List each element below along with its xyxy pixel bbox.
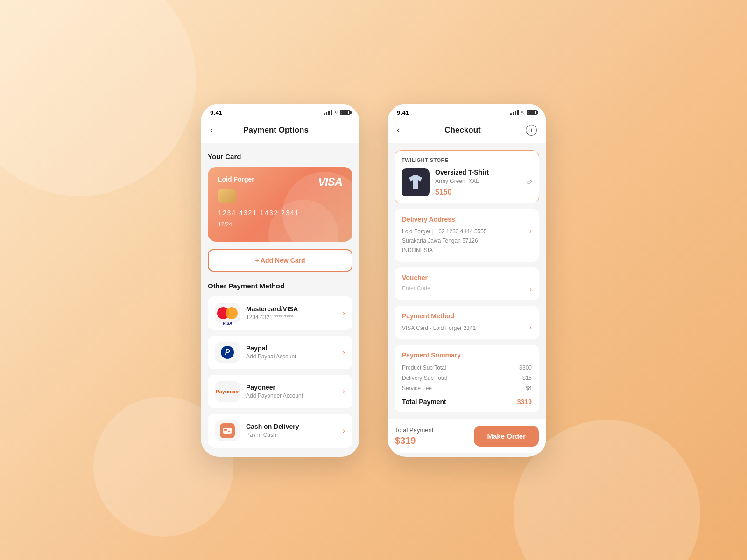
summary-title: Payment Summary bbox=[402, 351, 532, 359]
bg-blob-1 bbox=[0, 0, 196, 196]
status-bar-right: 9:41 ≈ bbox=[388, 104, 546, 120]
info-icon[interactable]: i bbox=[526, 125, 537, 136]
payment-method-title: Payment Method bbox=[402, 312, 532, 320]
status-icons-right: ≈ bbox=[510, 109, 537, 116]
mastercard-name: Mastercard/VISA bbox=[246, 305, 336, 313]
product-qty: x2 bbox=[526, 179, 532, 186]
chevron-payment-method: › bbox=[529, 323, 532, 332]
product-price: $150 bbox=[435, 188, 521, 196]
card-number: 1234 4321 1432 2341 bbox=[218, 209, 342, 217]
card-chip bbox=[218, 189, 236, 203]
add-new-card-button[interactable]: + Add New Card bbox=[208, 249, 352, 272]
page-title-left: Payment Options bbox=[243, 126, 309, 135]
make-order-button[interactable]: Make Order bbox=[474, 426, 539, 447]
address-line1: Loid Forger | +62 1233 4444 5555 bbox=[402, 228, 487, 235]
payment-item-paypal[interactable]: P Paypal Add Paypal Account › bbox=[208, 336, 352, 369]
mastercard-info: Mastercard/VISA 1234 4321 **** **** bbox=[246, 305, 336, 321]
tshirt-icon bbox=[407, 174, 424, 191]
bottom-total-section: Total Payment $319 bbox=[395, 427, 433, 446]
product-row: Oversized T-Shirt Army Green, XXL $150 x… bbox=[402, 168, 532, 196]
cash-icon-box bbox=[215, 420, 240, 441]
phone-payment-options: 9:41 ≈ ‹ Payment Options Your Card bbox=[201, 104, 359, 457]
visa-text-under-mc: VISA bbox=[222, 321, 232, 326]
summary-value-product: $300 bbox=[519, 364, 532, 371]
store-name: TWILIGHT STORE bbox=[402, 157, 532, 163]
credit-card: Loid Forger VISA 1234 4321 1432 2341 12/… bbox=[208, 167, 352, 242]
payment-item-mastercard[interactable]: VISA Mastercard/VISA 1234 4321 **** ****… bbox=[208, 296, 352, 330]
paypal-name: Paypal bbox=[246, 344, 336, 352]
summary-total-row: Total Payment $319 bbox=[402, 395, 532, 406]
chevron-payoneer: › bbox=[343, 387, 345, 396]
product-details: Oversized T-Shirt Army Green, XXL $150 bbox=[435, 168, 521, 196]
delivery-address-body: Loid Forger | +62 1233 4444 5555 Surakar… bbox=[402, 227, 532, 255]
header-right: ‹ Checkout i bbox=[388, 120, 546, 143]
svg-rect-0 bbox=[223, 428, 232, 434]
store-card: TWILIGHT STORE Oversized T-Shirt Army Gr… bbox=[395, 150, 539, 203]
payment-item-payoneer[interactable]: Payoneer Payoneer Add Payoneer Account › bbox=[208, 375, 352, 408]
summary-label-product: Product Sub Total bbox=[402, 364, 446, 371]
summary-label-fee: Service Fee bbox=[402, 385, 432, 392]
card-expiry: 12/24 bbox=[218, 221, 342, 228]
paypal-info: Paypal Add Paypal Account bbox=[246, 344, 336, 360]
summary-row-fee: Service Fee $4 bbox=[402, 385, 532, 392]
payoneer-info: Payoneer Add Payoneer Account bbox=[246, 384, 336, 399]
summary-row-product: Product Sub Total $300 bbox=[402, 364, 532, 371]
battery-icon-left bbox=[340, 110, 350, 115]
product-variant: Army Green, XXL bbox=[435, 178, 521, 184]
phones-container: 9:41 ≈ ‹ Payment Options Your Card bbox=[201, 104, 546, 457]
other-methods-label: Other Payment Method bbox=[208, 282, 352, 290]
summary-value-delivery: $15 bbox=[522, 375, 532, 381]
payment-item-cash[interactable]: Cash on Delivery Pay in Cash › bbox=[208, 414, 352, 448]
battery-icon-right bbox=[527, 110, 537, 115]
paypal-sub: Add Paypal Account bbox=[246, 353, 336, 360]
summary-label-delivery: Delivery Sub Total bbox=[402, 375, 447, 381]
back-button-right[interactable]: ‹ bbox=[397, 125, 400, 135]
signal-icon-left bbox=[324, 110, 332, 115]
payoneer-sub: Add Payoneer Account bbox=[246, 392, 336, 399]
voucher-placeholder: Enter Code bbox=[402, 285, 430, 292]
phone-checkout: 9:41 ≈ ‹ Checkout i TWILIGHT STORE bbox=[388, 104, 546, 457]
chevron-paypal: › bbox=[343, 348, 345, 357]
summary-row-delivery: Delivery Sub Total $15 bbox=[402, 375, 532, 381]
delivery-address-title: Delivery Address bbox=[402, 216, 532, 223]
payment-summary-card: Payment Summary Product Sub Total $300 D… bbox=[395, 345, 539, 412]
voucher-body: Enter Code › bbox=[402, 285, 532, 294]
header-left: ‹ Payment Options bbox=[201, 120, 359, 143]
payment-method-body: VISA Card - Loid Forger 2341 › bbox=[402, 323, 532, 333]
cash-icon bbox=[220, 423, 235, 438]
svg-rect-2 bbox=[228, 431, 230, 432]
paypal-icon: P bbox=[221, 346, 234, 359]
checkout-bottom-bar: Total Payment $319 Make Order bbox=[388, 419, 546, 453]
paypal-icon-box: P bbox=[215, 342, 240, 363]
status-icons-left: ≈ bbox=[324, 109, 350, 116]
product-name: Oversized T-Shirt bbox=[435, 168, 521, 176]
voucher-title: Voucher bbox=[402, 274, 532, 281]
voucher-card[interactable]: Voucher Enter Code › bbox=[395, 267, 539, 300]
back-button-left[interactable]: ‹ bbox=[210, 125, 213, 135]
delivery-address-card[interactable]: Delivery Address Loid Forger | +62 1233 … bbox=[395, 209, 539, 262]
cash-sub: Pay in Cash bbox=[246, 432, 336, 438]
payment-options-content: Your Card Loid Forger VISA 1234 4321 143… bbox=[201, 143, 359, 457]
payment-method-value: VISA Card - Loid Forger 2341 bbox=[402, 323, 476, 333]
summary-total-value: $319 bbox=[517, 398, 532, 406]
chevron-mastercard: › bbox=[343, 309, 345, 317]
payoneer-name: Payoneer bbox=[246, 384, 336, 391]
product-image bbox=[402, 168, 430, 196]
mastercard-icon-box: VISA bbox=[215, 303, 240, 323]
signal-icon-right bbox=[510, 110, 519, 115]
status-bar-left: 9:41 ≈ bbox=[201, 104, 359, 120]
address-line3: INDONESIA bbox=[402, 247, 433, 253]
summary-value-fee: $4 bbox=[526, 385, 532, 392]
summary-total-label: Total Payment bbox=[402, 398, 446, 406]
payment-method-card[interactable]: Payment Method VISA Card - Loid Forger 2… bbox=[395, 306, 539, 339]
time-left: 9:41 bbox=[210, 109, 222, 116]
cash-info: Cash on Delivery Pay in Cash bbox=[246, 423, 336, 438]
chevron-voucher: › bbox=[529, 285, 532, 294]
cash-name: Cash on Delivery bbox=[246, 423, 336, 430]
address-line2: Surakarta Jawa Tengah 57126 bbox=[402, 238, 478, 244]
checkout-content: TWILIGHT STORE Oversized T-Shirt Army Gr… bbox=[388, 143, 546, 420]
chevron-delivery: › bbox=[529, 227, 532, 235]
page-title-right: Checkout bbox=[444, 126, 480, 135]
chevron-cash: › bbox=[343, 427, 345, 435]
delivery-address-text: Loid Forger | +62 1233 4444 5555 Surakar… bbox=[402, 227, 487, 255]
